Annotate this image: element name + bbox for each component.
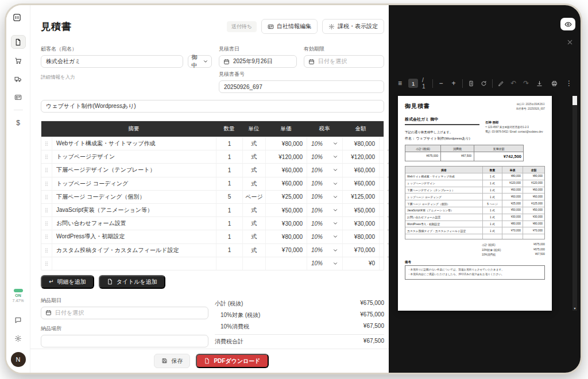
item-unit[interactable]	[242, 257, 265, 270]
quote-title-input[interactable]	[41, 100, 384, 113]
item-desc[interactable]: トップページデザイン	[52, 150, 216, 163]
item-tax-select[interactable]: 10%	[307, 230, 342, 243]
item-tax-select[interactable]: 10%	[307, 164, 342, 176]
sidebar-item-cart[interactable]	[11, 53, 26, 67]
item-qty[interactable]: 1	[216, 177, 242, 190]
item-desc[interactable]	[52, 257, 216, 270]
item-tax-select[interactable]: 10%	[307, 177, 342, 190]
settings-button[interactable]	[11, 331, 26, 345]
zoom-in-button[interactable]: +	[450, 80, 458, 87]
sidebar-toggle-icon[interactable]: ≡	[396, 80, 404, 87]
company-info-button[interactable]: 自社情報編集	[261, 19, 318, 34]
avatar[interactable]: N	[11, 352, 26, 367]
delete-row-button[interactable]	[379, 244, 388, 257]
zoom-out-button[interactable]: −	[437, 80, 446, 87]
quote-number-input[interactable]	[219, 80, 384, 93]
undo-button[interactable]: ↶	[509, 80, 518, 87]
redo-button[interactable]: ↷	[522, 80, 531, 87]
sidebar-item-billing[interactable]: $	[11, 116, 26, 130]
item-qty[interactable]: 1	[216, 230, 242, 243]
item-unit[interactable]: 式	[242, 230, 265, 243]
item-qty[interactable]	[216, 257, 242, 270]
item-qty[interactable]: 1	[216, 150, 242, 163]
item-unit-price[interactable]: ¥30,000	[265, 217, 307, 230]
drag-handle[interactable]	[41, 204, 52, 216]
quote-date-input[interactable]: 2025年9月26日	[219, 55, 297, 68]
item-unit[interactable]: 式	[242, 244, 265, 257]
item-qty[interactable]: 1	[216, 217, 242, 230]
item-unit-price[interactable]: ¥80,000	[265, 137, 307, 150]
pdf-download-button[interactable]: PDFダウンロード	[196, 354, 268, 368]
annotate-pen-button[interactable]	[497, 80, 505, 87]
fit-page-button[interactable]	[467, 80, 475, 87]
usage-toggle[interactable]	[14, 289, 23, 292]
delete-row-button[interactable]	[379, 257, 388, 270]
details-link[interactable]: 詳細情報を入力	[41, 74, 75, 80]
drag-handle[interactable]	[41, 191, 52, 203]
item-unit-price[interactable]: ¥120,000	[265, 150, 307, 163]
item-unit-price[interactable]: ¥25,000	[265, 191, 307, 203]
drag-handle[interactable]	[41, 137, 52, 150]
item-unit[interactable]: 式	[242, 137, 265, 150]
drag-handle[interactable]	[41, 230, 52, 243]
sidebar-item-cards[interactable]	[11, 90, 26, 104]
add-title-button[interactable]: タイトルを追加	[99, 275, 165, 289]
drag-handle[interactable]	[41, 257, 52, 270]
drag-handle[interactable]	[41, 244, 52, 257]
item-unit-price[interactable]: ¥60,000	[265, 164, 307, 176]
item-unit[interactable]: ページ	[242, 191, 265, 203]
item-unit[interactable]: 式	[242, 150, 265, 163]
item-desc[interactable]: 下層ページ コーディング（個別）	[52, 191, 216, 203]
item-qty[interactable]: 1	[216, 204, 242, 216]
item-desc[interactable]: Webサイト構成案・サイトマップ作成	[52, 137, 216, 150]
item-unit[interactable]: 式	[242, 164, 265, 176]
item-tax-select[interactable]: 10%	[307, 191, 342, 203]
item-tax-select[interactable]: 10%	[307, 204, 342, 216]
save-button[interactable]: 保存	[154, 354, 190, 368]
more-options-button[interactable]: ⋮	[564, 80, 574, 87]
delete-row-button[interactable]	[379, 191, 388, 203]
delete-row-button[interactable]	[379, 164, 388, 176]
item-unit[interactable]: 式	[242, 217, 265, 230]
item-desc[interactable]: お問い合わせフォーム設置	[52, 217, 216, 230]
drag-handle[interactable]	[41, 150, 52, 163]
item-qty[interactable]: 1	[216, 244, 242, 257]
item-tax-select[interactable]: 10%	[307, 257, 342, 270]
sidebar-item-documents[interactable]	[11, 35, 26, 49]
item-tax-select[interactable]: 10%	[307, 244, 342, 257]
item-qty[interactable]: 1	[216, 137, 242, 150]
print-button[interactable]	[550, 80, 559, 87]
rotate-button[interactable]	[479, 80, 488, 87]
item-unit-price[interactable]: ¥70,000	[265, 244, 307, 257]
delete-row-button[interactable]	[379, 217, 388, 230]
item-unit[interactable]: 式	[242, 177, 265, 190]
page-number-input[interactable]: 1	[408, 79, 418, 88]
delete-row-button[interactable]	[379, 177, 388, 190]
drag-handle[interactable]	[41, 164, 52, 176]
honorific-select[interactable]: 御中	[188, 55, 212, 68]
delete-row-button[interactable]	[379, 230, 388, 243]
sidebar-item-delivery[interactable]	[11, 72, 26, 86]
item-qty[interactable]: 5	[216, 191, 242, 203]
item-desc[interactable]: カスタム投稿タイプ・カスタムフィールド設定	[52, 244, 216, 257]
tax-display-settings-button[interactable]: 課税・表示設定	[322, 19, 384, 34]
preview-eye-button[interactable]	[560, 18, 575, 30]
customer-input[interactable]	[41, 55, 183, 68]
delivery-place-input[interactable]	[41, 335, 208, 347]
dev-tools-icon[interactable]	[567, 37, 573, 48]
item-desc[interactable]: JavaScript実装（アニメーション等）	[52, 204, 216, 216]
item-unit-price[interactable]: ¥50,000	[265, 204, 307, 216]
delete-row-button[interactable]	[379, 137, 388, 150]
item-qty[interactable]: 1	[216, 164, 242, 176]
item-unit[interactable]: 式	[242, 204, 265, 216]
item-desc[interactable]: 下層ページデザイン（テンプレート）	[52, 164, 216, 176]
scroll-down-arrow[interactable]: ▾	[572, 306, 577, 311]
delete-row-button[interactable]	[379, 150, 388, 163]
add-line-button[interactable]: ↵ 明細を追加	[41, 275, 94, 289]
pdf-scrollbar[interactable]: ▾	[572, 96, 577, 311]
feedback-chat-button[interactable]	[11, 313, 26, 327]
item-tax-select[interactable]: 10%	[307, 137, 342, 150]
item-tax-select[interactable]: 10%	[307, 217, 342, 230]
item-unit-price[interactable]: ¥80,000	[265, 230, 307, 243]
item-desc[interactable]: WordPress導入・初期設定	[52, 230, 216, 243]
